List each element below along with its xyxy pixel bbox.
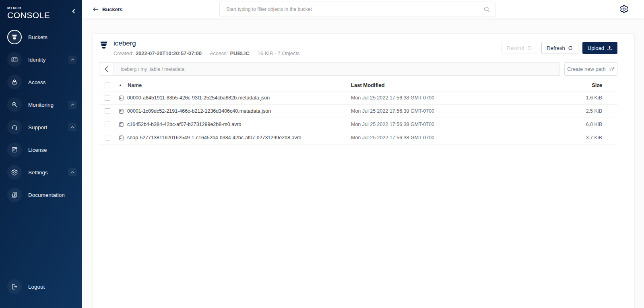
- sidebar-item-label: Logout: [28, 284, 45, 290]
- table-row[interactable]: 00000-a6451911-88b5-426c-93f1-25254cba68…: [99, 91, 617, 105]
- header-name-label: Name: [128, 82, 142, 88]
- lock-icon: [7, 75, 22, 89]
- bucket-icon: [7, 30, 22, 44]
- bucket-title-block: iceberg Created: 2022-07-20T10:20:57-07:…: [114, 39, 308, 56]
- chevron-up-icon[interactable]: [68, 123, 76, 131]
- sidebar-item-license[interactable]: License: [0, 138, 82, 161]
- sidebar-item-label: Monitoring: [28, 102, 54, 108]
- create-new-path-label: Create new path: [567, 66, 605, 72]
- chevron-up-icon[interactable]: [68, 168, 76, 176]
- header-last-modified[interactable]: Last Modified: [351, 82, 538, 88]
- object-file-icon: [119, 135, 124, 141]
- created-value: 2022-07-20T10:20:57-07:00: [136, 50, 202, 56]
- sidebar-item-label: Identity: [28, 57, 46, 63]
- sidebar-collapse-icon[interactable]: [71, 8, 76, 15]
- sidebar-nav: Buckets Identity Access Monitoring: [0, 26, 82, 206]
- bucket-header: iceberg Created: 2022-07-20T10:20:57-07:…: [99, 39, 617, 56]
- row-checkbox-cell: [99, 95, 119, 101]
- object-name: 00000-a6451911-88b5-426c-93f1-25254cba68…: [127, 95, 270, 101]
- object-size: 6.0 KiB: [538, 122, 618, 127]
- object-name: c16452b4-b384-42bc-af07-b2731299e2b8-m0.…: [127, 122, 242, 127]
- minio-logo: MINIO CONSOLE: [0, 0, 82, 19]
- content-area: iceberg Created: 2022-07-20T10:20:57-07:…: [82, 19, 644, 308]
- upload-icon: [607, 45, 612, 51]
- support-icon: [7, 120, 22, 134]
- select-all-checkbox[interactable]: [105, 83, 110, 88]
- chevron-up-icon[interactable]: [68, 101, 76, 109]
- bucket-meta: Created: 2022-07-20T10:20:57-07:00 Acces…: [114, 50, 308, 56]
- arrow-left-icon: [93, 7, 99, 12]
- row-checkbox[interactable]: [105, 135, 110, 141]
- bucket-panel: iceberg Created: 2022-07-20T10:20:57-07:…: [93, 33, 635, 308]
- license-icon: [7, 143, 22, 157]
- sidebar-item-label: Buckets: [28, 34, 47, 40]
- sort-asc-icon: ▲: [119, 83, 122, 87]
- search-pulse-icon: [7, 97, 22, 112]
- sidebar-item-label: License: [28, 147, 47, 153]
- object-size: 3.7 KiB: [538, 135, 618, 141]
- upload-label: Upload: [588, 45, 604, 51]
- header-checkbox-cell: [99, 83, 119, 88]
- access-label: Access:: [210, 50, 228, 56]
- objects-table: ▲ Name Last Modified Size 00000-a6451911…: [99, 79, 617, 145]
- row-checkbox[interactable]: [105, 108, 110, 114]
- row-checkbox[interactable]: [105, 122, 110, 127]
- bucket-created: Created: 2022-07-20T10:20:57-07:00: [114, 50, 202, 56]
- refresh-button[interactable]: Refresh: [541, 42, 578, 54]
- bucket-summary: 16 KiB - 7 Objects: [258, 50, 300, 56]
- upload-button[interactable]: Upload: [582, 42, 617, 54]
- logout-icon: [7, 279, 22, 294]
- object-file-icon: [119, 95, 124, 101]
- topbar: Buckets: [82, 0, 644, 19]
- created-label: Created:: [114, 50, 134, 56]
- rewind-button[interactable]: Rewind: [502, 42, 537, 54]
- rewind-icon: [527, 45, 532, 51]
- bucket-access: Access: PUBLIC: [210, 50, 250, 56]
- search-icon: [483, 6, 490, 14]
- sidebar-item-access[interactable]: Access: [0, 71, 82, 93]
- header-name[interactable]: ▲ Name: [119, 82, 351, 88]
- bucket-actions: Rewind Refresh Upload: [502, 42, 617, 54]
- gear-icon: [7, 165, 22, 180]
- object-size: 1.6 KiB: [538, 95, 618, 101]
- header-size[interactable]: Size: [538, 82, 618, 88]
- table-row[interactable]: snap-527713811620162549-1-c16452b4-b384-…: [99, 131, 617, 145]
- sidebar-item-label: Settings: [28, 170, 48, 176]
- table-row[interactable]: 00001-1c09dc52-2191-466c-b212-1236d3406c…: [99, 105, 617, 118]
- object-modified: Mon Jul 25 2022 17:56:38 GMT-0700: [351, 122, 538, 127]
- search-bar: [219, 2, 495, 17]
- settings-gear-icon[interactable]: [619, 4, 629, 15]
- path-back-button[interactable]: [99, 62, 114, 76]
- object-size: 2.5 KiB: [538, 108, 618, 114]
- bucket-title: iceberg: [114, 39, 308, 48]
- filter-objects-input[interactable]: [219, 2, 495, 17]
- object-name: 00001-1c09dc52-2191-466c-b212-1236d3406c…: [127, 108, 271, 114]
- sidebar-item-identity[interactable]: Identity: [0, 48, 82, 71]
- sidebar-item-logout[interactable]: Logout: [0, 275, 82, 298]
- sidebar-item-support[interactable]: Support: [0, 116, 82, 138]
- object-modified: Mon Jul 25 2022 17:56:38 GMT-0700: [351, 108, 538, 114]
- refresh-label: Refresh: [547, 45, 565, 51]
- row-checkbox-cell: [99, 108, 119, 114]
- create-new-path-button[interactable]: Create new path: [564, 62, 617, 76]
- chevron-left-icon: [104, 66, 109, 72]
- back-label: Buckets: [102, 6, 123, 12]
- logo-minio-text: MINIO: [7, 6, 74, 10]
- document-icon: [7, 188, 22, 202]
- object-name: snap-527713811620162549-1-c16452b4-b384-…: [127, 135, 301, 141]
- create-path-icon: [609, 66, 615, 72]
- sidebar-item-documentation[interactable]: Documentation: [0, 184, 82, 206]
- sidebar-item-settings[interactable]: Settings: [0, 161, 82, 184]
- row-checkbox[interactable]: [105, 95, 110, 101]
- back-to-buckets-link[interactable]: Buckets: [93, 6, 123, 12]
- id-card-icon: [7, 52, 22, 67]
- logo-console-text: CONSOLE: [7, 11, 74, 19]
- sidebar-item-buckets[interactable]: Buckets: [0, 26, 82, 48]
- access-value: PUBLIC: [230, 50, 249, 56]
- table-row[interactable]: c16452b4-b384-42bc-af07-b2731299e2b8-m0.…: [99, 118, 617, 131]
- sidebar-item-monitoring[interactable]: Monitoring: [0, 93, 82, 116]
- path-bar: iceberg / my_table / metadata Create new…: [99, 62, 617, 76]
- rewind-label: Rewind: [507, 45, 524, 51]
- chevron-up-icon[interactable]: [68, 56, 76, 64]
- object-modified: Mon Jul 25 2022 17:56:38 GMT-0700: [351, 135, 538, 141]
